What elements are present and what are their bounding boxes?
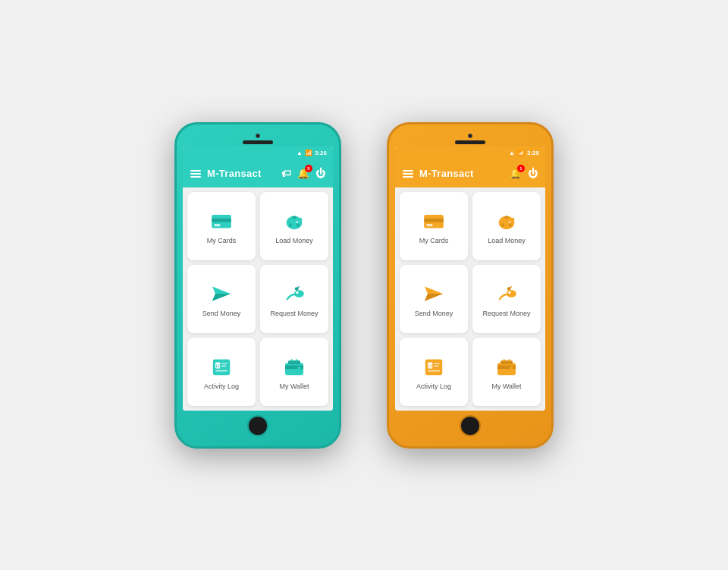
request-money-orange[interactable]: Request Money bbox=[472, 265, 541, 333]
phone-bottom-orange bbox=[395, 411, 545, 440]
activity-log-teal[interactable]: LOG Activity Log bbox=[187, 338, 256, 406]
activity-log-orange[interactable]: LOG Activity Log bbox=[400, 338, 468, 406]
home-button-teal[interactable] bbox=[247, 415, 268, 436]
svg-rect-29 bbox=[426, 224, 432, 226]
load-money-label-teal: Load Money bbox=[275, 237, 313, 244]
my-wallet-label-teal: My Wallet bbox=[279, 383, 309, 390]
piggy-icon-teal bbox=[282, 209, 306, 233]
svg-point-8 bbox=[297, 221, 298, 222]
svg-point-32 bbox=[502, 223, 504, 227]
svg-marker-10 bbox=[212, 294, 231, 301]
notification-badge-teal[interactable]: 🔔 5 bbox=[297, 168, 309, 179]
svg-line-14 bbox=[298, 286, 300, 288]
speaker-teal bbox=[243, 140, 273, 144]
my-wallet-orange[interactable]: My Wallet bbox=[472, 338, 541, 406]
wifi-icon-teal: 📶 bbox=[305, 150, 312, 156]
power-icon-orange[interactable]: ⏻ bbox=[528, 168, 538, 179]
svg-point-33 bbox=[509, 223, 511, 227]
status-bar-teal: ▲ 📶 3:26 bbox=[183, 146, 333, 160]
svg-rect-23 bbox=[297, 367, 301, 369]
send-icon-orange bbox=[422, 282, 446, 306]
status-icons-orange: ▲ 📶 3:29 bbox=[509, 150, 539, 156]
load-money-teal[interactable]: Load Money bbox=[260, 192, 328, 260]
svg-rect-24 bbox=[288, 361, 300, 364]
app-bar-orange: M-Transact 🔔 1 ⏻ bbox=[395, 160, 545, 187]
signal-icon-orange: ▲ bbox=[509, 150, 515, 156]
svg-rect-46 bbox=[434, 365, 438, 367]
request-money-teal[interactable]: Request Money bbox=[260, 265, 328, 333]
svg-point-6 bbox=[297, 223, 299, 227]
svg-rect-47 bbox=[428, 370, 440, 372]
my-cards-teal[interactable]: My Cards bbox=[187, 192, 256, 260]
activity-log-label-teal: Activity Log bbox=[204, 383, 239, 390]
hamburger-menu-orange[interactable] bbox=[403, 170, 413, 178]
svg-rect-51 bbox=[500, 361, 513, 364]
app-bar-icons-teal: 🏷 🔔 5 ⏻ bbox=[281, 168, 325, 179]
svg-point-39 bbox=[508, 291, 510, 294]
notification-count-orange: 1 bbox=[517, 165, 525, 172]
phone-top-teal bbox=[183, 131, 333, 146]
time-orange: 3:29 bbox=[527, 150, 539, 156]
svg-rect-25 bbox=[290, 359, 293, 361]
my-cards-label-orange: My Cards bbox=[419, 237, 449, 244]
power-icon-teal[interactable]: ⏻ bbox=[315, 168, 325, 179]
camera-teal bbox=[256, 134, 260, 138]
card-icon-teal bbox=[209, 209, 234, 233]
my-cards-label-teal: My Cards bbox=[207, 237, 237, 244]
app-title-orange: M-Transact bbox=[419, 168, 504, 179]
hamburger-menu-teal[interactable] bbox=[190, 170, 201, 178]
wifi-icon-orange: 📶 bbox=[517, 150, 525, 156]
svg-point-11 bbox=[294, 290, 304, 298]
status-bar-orange: ▲ 📶 3:29 bbox=[395, 146, 545, 160]
svg-rect-48 bbox=[497, 363, 516, 375]
app-bar-teal: M-Transact 🏷 🔔 5 ⏻ bbox=[183, 160, 333, 187]
phone-bottom-teal bbox=[183, 411, 333, 440]
teal-phone: ▲ 📶 3:26 M-Transact 🏷 🔔 5 ⏻ bbox=[174, 122, 341, 449]
my-wallet-teal[interactable]: My Wallet bbox=[260, 338, 328, 406]
activity-log-label-orange: Activity Log bbox=[416, 383, 451, 390]
status-icons-teal: ▲ 📶 3:26 bbox=[297, 150, 327, 156]
svg-marker-37 bbox=[425, 294, 443, 301]
svg-point-5 bbox=[290, 223, 292, 227]
svg-point-35 bbox=[509, 221, 510, 222]
svg-rect-21 bbox=[285, 363, 303, 375]
svg-rect-26 bbox=[296, 359, 298, 361]
log-icon-teal: LOG bbox=[209, 354, 234, 379]
home-button-orange[interactable] bbox=[460, 415, 481, 436]
tag-icon-teal: 🏷 bbox=[281, 168, 291, 179]
svg-line-41 bbox=[510, 286, 512, 288]
svg-rect-52 bbox=[503, 359, 505, 361]
svg-point-31 bbox=[511, 218, 515, 222]
svg-rect-50 bbox=[510, 367, 513, 369]
request-money-label-teal: Request Money bbox=[270, 310, 318, 317]
card-icon-orange bbox=[422, 209, 446, 233]
send-money-orange[interactable]: Send Money bbox=[400, 265, 468, 333]
load-money-orange[interactable]: Load Money bbox=[472, 192, 541, 260]
send-icon-teal bbox=[209, 282, 234, 306]
phone-top-orange bbox=[395, 131, 545, 146]
send-money-label-orange: Send Money bbox=[415, 310, 453, 317]
phones-container: ▲ 📶 3:26 M-Transact 🏷 🔔 5 ⏻ bbox=[174, 122, 554, 449]
piggy-icon-orange bbox=[494, 209, 519, 233]
signal-icon-teal: ▲ bbox=[297, 150, 303, 156]
request-icon-teal bbox=[282, 282, 306, 306]
load-money-label-orange: Load Money bbox=[488, 237, 526, 244]
app-title-teal: M-Transact bbox=[207, 168, 275, 179]
svg-rect-28 bbox=[424, 219, 444, 222]
teal-screen: ▲ 📶 3:26 M-Transact 🏷 🔔 5 ⏻ bbox=[183, 146, 333, 411]
orange-phone: ▲ 📶 3:29 M-Transact 🔔 1 ⏻ bbox=[387, 122, 554, 449]
wallet-icon-teal bbox=[282, 354, 306, 379]
svg-rect-20 bbox=[215, 370, 228, 372]
orange-grid: My Cards Load Money bbox=[395, 187, 545, 411]
svg-rect-7 bbox=[293, 216, 297, 219]
send-money-teal[interactable]: Send Money bbox=[187, 265, 256, 333]
svg-point-12 bbox=[296, 291, 298, 294]
svg-rect-45 bbox=[434, 363, 440, 364]
request-money-label-orange: Request Money bbox=[482, 310, 530, 317]
svg-rect-34 bbox=[505, 216, 509, 219]
log-icon-orange: LOG bbox=[422, 354, 446, 379]
time-teal: 3:26 bbox=[315, 150, 327, 156]
my-cards-orange[interactable]: My Cards bbox=[400, 192, 468, 260]
notification-badge-orange[interactable]: 🔔 1 bbox=[510, 168, 522, 179]
teal-grid: My Cards Load Money bbox=[183, 187, 333, 411]
